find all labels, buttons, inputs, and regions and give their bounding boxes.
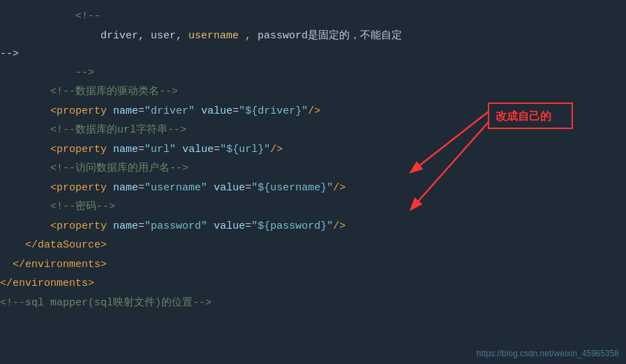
indent-space: [0, 83, 50, 101]
code-line-12: </dataSource>: [0, 236, 626, 255]
code-line-9: <property name="username" value="${usern…: [0, 179, 626, 198]
code-line-8: <!--访问数据库的用户名-->: [0, 159, 626, 179]
comment-url: <!--数据库的url字符串-->: [50, 121, 186, 139]
code-line-11: <property name="password" value="${passw…: [0, 217, 626, 236]
open-bracket: <: [50, 103, 57, 121]
code-line-7: <property name="url" value="${url}"/>: [0, 140, 626, 160]
code-line-6: <!--数据库的url字符串-->: [0, 121, 626, 140]
watermark: https://blog.csdn.net/weixin_45965358: [477, 349, 619, 358]
attr-value-kw: value: [201, 103, 232, 121]
code-editor: <!-- driver, user, username , password是固…: [0, 0, 626, 319]
indent-space: [0, 236, 25, 255]
indent-space: [0, 121, 50, 139]
code-line-4: <!--数据库的驱动类名-->: [0, 82, 626, 102]
comment-text: <!--: [75, 8, 100, 26]
code-line-15: <!--sql mapper(sql映射文件)的位置-->: [0, 294, 626, 313]
code-line-5: <property name="driver" value="${driver}…: [0, 102, 626, 121]
indent-space: [0, 103, 50, 121]
comment-driver: <!--数据库的驱动类名-->: [50, 83, 178, 101]
code-line-1: <!--: [0, 7, 626, 26]
attr-val-driver-name: "driver": [144, 103, 195, 121]
indent-space: [0, 141, 50, 159]
comment-close: -->: [75, 64, 94, 82]
indent-space: [0, 198, 50, 216]
indent-space: [0, 179, 50, 197]
code-line-10: <!--密码-->: [0, 197, 626, 217]
indent-space: [0, 8, 75, 26]
indent-space: [0, 256, 13, 274]
comment-password: <!--密码-->: [50, 198, 115, 216]
code-line-3: -->: [0, 63, 626, 83]
code-line-2: driver, user, username , password是固定的，不能…: [0, 26, 626, 46]
comment-mapper: <!--sql mapper(sql映射文件)的位置-->: [0, 294, 211, 312]
code-line-14: </environments>: [0, 274, 626, 294]
comment-username: <!--访问数据库的用户名-->: [50, 160, 188, 178]
attr-val-driver-value: "${driver}": [239, 103, 308, 121]
indent-space: [0, 160, 50, 178]
indent-space: [0, 218, 50, 236]
code-line-13: </environments>: [0, 255, 626, 275]
indent-space: [0, 64, 75, 82]
tag-property: property: [57, 103, 107, 121]
code-text: driver, user, username , password是固定的，不能…: [0, 27, 402, 45]
attr-name: name: [113, 103, 138, 121]
